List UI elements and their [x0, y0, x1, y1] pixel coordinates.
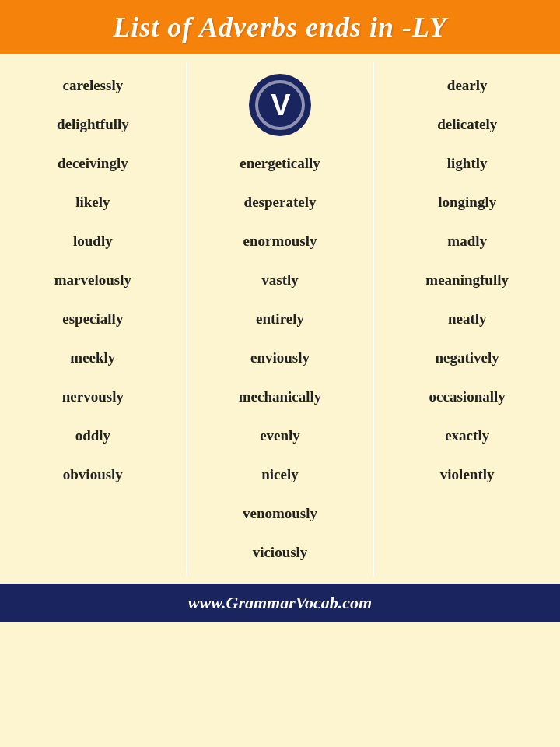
logo-cell: V: [187, 66, 373, 144]
word-item: marvelously: [0, 261, 186, 300]
content-area: carelesslydelightfullydeceivinglylikelyl…: [0, 54, 560, 584]
word-item: delightfully: [0, 105, 186, 144]
word-item: madly: [374, 222, 560, 261]
word-item: carelessly: [0, 66, 186, 105]
word-item: venomously: [187, 494, 373, 533]
word-item: neatly: [374, 300, 560, 338]
word-item: energetically: [187, 144, 373, 183]
word-item: obviously: [0, 455, 186, 494]
column-2: Venergeticallydesperatelyenormouslyvastl…: [187, 62, 375, 576]
word-item: likely: [0, 183, 186, 222]
word-item: lightly: [374, 144, 560, 183]
word-item: nervously: [0, 377, 186, 416]
word-item: desperately: [187, 183, 373, 222]
word-item: mechanically: [187, 377, 373, 416]
word-item: exactly: [374, 416, 560, 455]
column-3: dearlydelicatelylightlylonginglymadlymea…: [374, 62, 560, 576]
page-wrapper: List of Adverbs ends in -LY carelesslyde…: [0, 0, 560, 622]
word-item: oddly: [0, 416, 186, 455]
word-item: occasionally: [374, 377, 560, 416]
word-item: enormously: [187, 222, 373, 261]
footer: www.GrammarVocab.com: [0, 584, 560, 622]
header: List of Adverbs ends in -LY: [0, 0, 560, 54]
column-1: carelesslydelightfullydeceivinglylikelyl…: [0, 62, 187, 576]
footer-text: www.GrammarVocab.com: [16, 593, 544, 613]
word-item: evenly: [187, 416, 373, 455]
word-item: especially: [0, 300, 186, 338]
logo-v-text: V: [271, 89, 289, 122]
header-title: List of Adverbs ends in -LY: [16, 11, 544, 44]
word-item: vastly: [187, 261, 373, 300]
word-item: meekly: [0, 338, 186, 377]
word-item: deceivingly: [0, 144, 186, 183]
word-item: longingly: [374, 183, 560, 222]
columns-wrapper: carelesslydelightfullydeceivinglylikelyl…: [0, 62, 560, 576]
word-item: meaningfully: [374, 261, 560, 300]
word-item: delicately: [374, 105, 560, 144]
word-item: negatively: [374, 338, 560, 377]
word-item: viciously: [187, 533, 373, 572]
logo-circle: V: [249, 74, 311, 136]
word-item: enviously: [187, 338, 373, 377]
word-item: entirely: [187, 300, 373, 338]
word-item: nicely: [187, 455, 373, 494]
word-item: loudly: [0, 222, 186, 261]
word-item: dearly: [374, 66, 560, 105]
word-item: violently: [374, 455, 560, 494]
